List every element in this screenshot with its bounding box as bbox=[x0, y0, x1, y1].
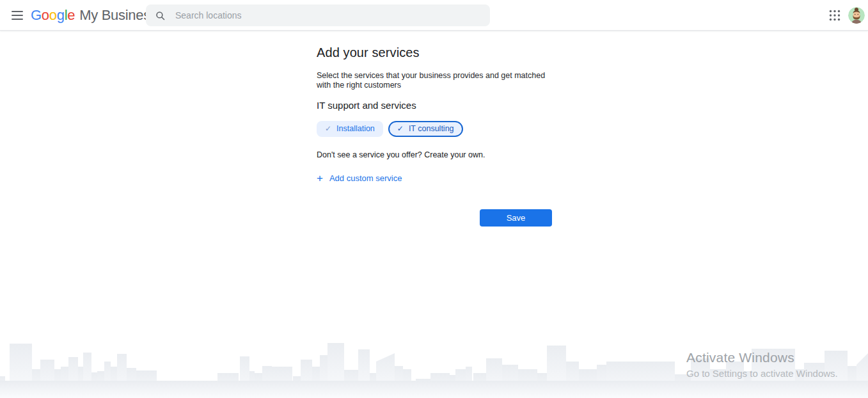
service-chip-it-consulting[interactable]: ✓IT consulting bbox=[388, 121, 463, 137]
search-input[interactable] bbox=[174, 10, 468, 21]
apps-grid-icon[interactable] bbox=[829, 10, 840, 21]
check-icon: ✓ bbox=[325, 124, 331, 133]
save-button[interactable]: Save bbox=[480, 209, 552, 227]
add-custom-service-label: Add custom service bbox=[329, 173, 402, 183]
apps-grid-dots bbox=[829, 10, 840, 21]
subtitle-line-2: with the right customers bbox=[317, 81, 569, 90]
windows-activation-watermark: Activate Windows Go to Settings to activ… bbox=[686, 350, 838, 379]
logo-letter: G bbox=[31, 7, 42, 23]
menu-bar bbox=[12, 11, 23, 12]
add-custom-service-button[interactable]: + Add custom service bbox=[317, 173, 402, 183]
google-my-business-logo[interactable]: Google My Business bbox=[31, 0, 157, 31]
custom-service-hint: Don't see a service you offer? Create yo… bbox=[317, 150, 569, 159]
activate-windows-line1: Activate Windows bbox=[686, 350, 838, 365]
check-icon: ✓ bbox=[397, 124, 404, 133]
menu-bar bbox=[12, 19, 23, 20]
logo-letter: e bbox=[67, 7, 75, 23]
page-subtitle: Select the services that your business p… bbox=[317, 71, 569, 90]
service-chip-label: Installation bbox=[336, 124, 375, 133]
search-box[interactable] bbox=[146, 4, 490, 26]
logo-letter: g bbox=[57, 7, 65, 23]
logo-letter: o bbox=[42, 7, 49, 23]
google-wordmark: Google bbox=[31, 7, 75, 24]
plus-icon: + bbox=[317, 174, 323, 182]
account-avatar[interactable] bbox=[848, 7, 865, 24]
search-icon bbox=[155, 10, 166, 21]
service-chips: ✓Installation✓IT consulting bbox=[317, 120, 569, 137]
page-title: Add your services bbox=[317, 45, 569, 60]
services-panel: Add your services Select the services th… bbox=[317, 31, 569, 183]
menu-bar bbox=[12, 15, 23, 16]
menu-icon[interactable] bbox=[12, 9, 24, 22]
service-chip-installation[interactable]: ✓Installation bbox=[317, 121, 383, 137]
subtitle-line-1: Select the services that your business p… bbox=[317, 71, 569, 81]
top-app-bar: Google My Business bbox=[0, 0, 868, 31]
activate-windows-line2: Go to Settings to activate Windows. bbox=[686, 368, 838, 379]
avatar-image bbox=[848, 7, 865, 24]
category-heading: IT support and services bbox=[317, 100, 569, 111]
logo-letter: o bbox=[49, 7, 57, 23]
service-chip-label: IT consulting bbox=[409, 124, 454, 133]
